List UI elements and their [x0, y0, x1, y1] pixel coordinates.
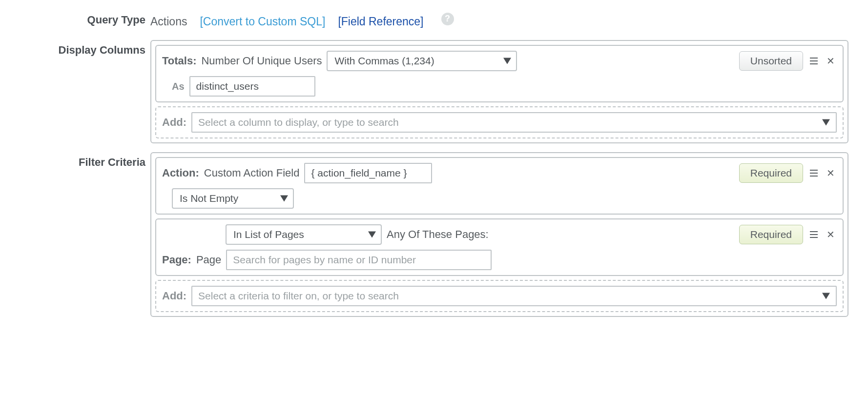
add-filter-input-wrapper: [191, 286, 837, 306]
totals-label: Totals:: [162, 55, 196, 67]
remove-filter-button[interactable]: ✕: [825, 167, 837, 179]
alias-input[interactable]: [189, 76, 315, 97]
add-filter-input[interactable]: [191, 286, 837, 306]
as-label: As: [172, 81, 185, 92]
query-type-value: Actions: [150, 15, 187, 29]
format-selected: With Commas (1,234): [334, 55, 434, 67]
action-field-text: Custom Action Field: [204, 167, 300, 179]
display-columns-panel: Totals: Number Of Unique Users With Comm…: [150, 40, 848, 143]
filter-criteria-panel: Action: Custom Action Field Required ✕: [150, 152, 848, 317]
drag-handle-icon[interactable]: [809, 230, 819, 239]
metric-name: Number Of Unique Users: [201, 55, 322, 67]
add-column-label: Add:: [162, 116, 186, 129]
filter-criteria-row: Filter Criteria Action: Custom Action Fi…: [20, 152, 848, 317]
remove-column-button[interactable]: ✕: [825, 55, 837, 67]
convert-to-sql-link[interactable]: [Convert to Custom SQL]: [200, 15, 325, 29]
required-toggle-button[interactable]: Required: [739, 225, 803, 244]
operator-dropdown[interactable]: Is Not Empty: [172, 188, 294, 209]
display-columns-row: Display Columns Totals: Number Of Unique…: [20, 40, 848, 143]
operator-selected: Is Not Empty: [180, 193, 238, 204]
page-label: Page:: [162, 254, 191, 266]
action-filter-card: Action: Custom Action Field Required ✕: [155, 157, 844, 215]
page-mode-dropdown[interactable]: In List of Pages: [226, 224, 382, 245]
filter-criteria-label: Filter Criteria: [20, 152, 150, 169]
any-pages-label: Any Of These Pages:: [387, 228, 489, 241]
field-reference-link[interactable]: [Field Reference]: [338, 15, 423, 29]
page-filter-card: In List of Pages Any Of These Pages: Req…: [155, 218, 844, 276]
action-field-token-input[interactable]: [304, 163, 432, 183]
remove-filter-button[interactable]: ✕: [825, 229, 837, 240]
format-dropdown[interactable]: With Commas (1,234): [327, 51, 517, 71]
add-column-input-wrapper: [191, 112, 837, 133]
display-column-card: Totals: Number Of Unique Users With Comm…: [155, 45, 844, 102]
sort-button[interactable]: Unsorted: [739, 51, 803, 71]
help-icon[interactable]: ?: [441, 13, 454, 25]
add-column-card: Add:: [155, 106, 844, 138]
page-search-input[interactable]: [226, 250, 492, 270]
add-column-input[interactable]: [191, 112, 837, 133]
add-filter-label: Add:: [162, 290, 186, 302]
page-value: Page: [196, 254, 221, 266]
drag-handle-icon[interactable]: [809, 57, 819, 65]
action-label: Action:: [162, 167, 199, 179]
query-type-label: Query Type: [20, 10, 150, 26]
add-filter-card: Add:: [155, 280, 844, 312]
drag-handle-icon[interactable]: [809, 169, 819, 177]
required-toggle-button[interactable]: Required: [739, 163, 803, 183]
page-mode-selected: In List of Pages: [233, 229, 304, 240]
query-type-row: Query Type Actions [Convert to Custom SQ…: [20, 10, 848, 31]
display-columns-label: Display Columns: [20, 40, 150, 57]
